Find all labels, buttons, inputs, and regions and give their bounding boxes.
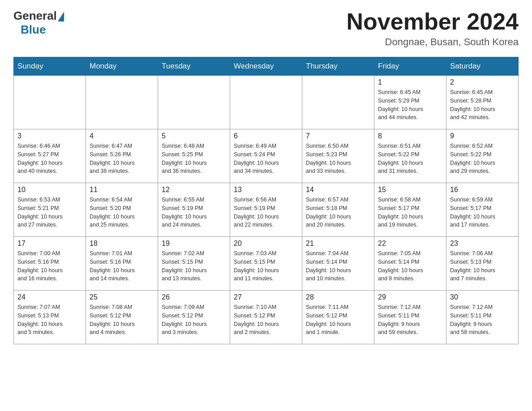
day-info: Sunrise: 7:01 AM Sunset: 5:16 PM Dayligh…	[90, 249, 154, 283]
calendar-cell: 27Sunrise: 7:10 AM Sunset: 5:12 PM Dayli…	[230, 291, 302, 344]
day-number: 29	[378, 293, 442, 301]
calendar-cell: 5Sunrise: 6:48 AM Sunset: 5:25 PM Daylig…	[158, 129, 230, 183]
day-info: Sunrise: 6:45 AM Sunset: 5:29 PM Dayligh…	[378, 88, 442, 122]
day-of-week-header: Monday	[86, 57, 158, 76]
day-number: 25	[90, 293, 154, 301]
calendar-cell: 3Sunrise: 6:46 AM Sunset: 5:27 PM Daylig…	[14, 129, 86, 183]
day-info: Sunrise: 7:03 AM Sunset: 5:15 PM Dayligh…	[234, 249, 298, 283]
day-number: 10	[17, 186, 82, 194]
day-info: Sunrise: 6:58 AM Sunset: 5:17 PM Dayligh…	[378, 196, 442, 229]
day-of-week-header: Tuesday	[158, 57, 230, 76]
calendar-cell: 24Sunrise: 7:07 AM Sunset: 5:13 PM Dayli…	[14, 291, 86, 344]
day-number: 30	[450, 293, 515, 301]
calendar-cell: 7Sunrise: 6:50 AM Sunset: 5:23 PM Daylig…	[302, 129, 374, 183]
day-of-week-header: Wednesday	[230, 57, 302, 76]
day-info: Sunrise: 6:59 AM Sunset: 5:17 PM Dayligh…	[450, 196, 515, 229]
day-info: Sunrise: 6:52 AM Sunset: 5:22 PM Dayligh…	[450, 142, 515, 176]
day-number: 16	[450, 186, 515, 194]
day-of-week-header: Saturday	[446, 57, 519, 76]
day-info: Sunrise: 7:08 AM Sunset: 5:12 PM Dayligh…	[90, 303, 154, 337]
calendar-cell: 26Sunrise: 7:09 AM Sunset: 5:12 PM Dayli…	[158, 291, 230, 344]
day-number: 7	[306, 132, 370, 140]
day-number: 15	[378, 186, 442, 194]
day-of-week-header: Sunday	[14, 57, 86, 76]
day-info: Sunrise: 6:47 AM Sunset: 5:26 PM Dayligh…	[90, 142, 154, 176]
logo-general-text: General	[13, 9, 57, 23]
day-info: Sunrise: 6:54 AM Sunset: 5:20 PM Dayligh…	[90, 196, 154, 229]
day-info: Sunrise: 6:55 AM Sunset: 5:19 PM Dayligh…	[162, 196, 226, 229]
calendar-cell: 13Sunrise: 6:56 AM Sunset: 5:19 PM Dayli…	[230, 183, 302, 237]
calendar-cell	[14, 76, 86, 129]
calendar-cell: 2Sunrise: 6:45 AM Sunset: 5:28 PM Daylig…	[446, 76, 519, 129]
day-info: Sunrise: 6:51 AM Sunset: 5:22 PM Dayligh…	[378, 142, 442, 176]
day-info: Sunrise: 6:48 AM Sunset: 5:25 PM Dayligh…	[162, 142, 226, 176]
day-number: 19	[162, 240, 226, 248]
day-number: 20	[234, 240, 298, 248]
calendar-cell: 15Sunrise: 6:58 AM Sunset: 5:17 PM Dayli…	[374, 183, 446, 237]
day-info: Sunrise: 7:04 AM Sunset: 5:14 PM Dayligh…	[306, 249, 370, 283]
day-info: Sunrise: 7:10 AM Sunset: 5:12 PM Dayligh…	[234, 303, 298, 337]
day-number: 28	[306, 293, 370, 301]
calendar-cell: 8Sunrise: 6:51 AM Sunset: 5:22 PM Daylig…	[374, 129, 446, 183]
day-info: Sunrise: 6:57 AM Sunset: 5:18 PM Dayligh…	[306, 196, 370, 229]
calendar-cell: 4Sunrise: 6:47 AM Sunset: 5:26 PM Daylig…	[86, 129, 158, 183]
calendar-cell: 10Sunrise: 6:53 AM Sunset: 5:21 PM Dayli…	[14, 183, 86, 237]
day-info: Sunrise: 7:12 AM Sunset: 5:11 PM Dayligh…	[450, 303, 515, 337]
calendar-cell	[302, 76, 374, 129]
day-info: Sunrise: 7:05 AM Sunset: 5:14 PM Dayligh…	[378, 249, 442, 283]
calendar-cell: 25Sunrise: 7:08 AM Sunset: 5:12 PM Dayli…	[86, 291, 158, 344]
page-header: General Blue November 2024 Dongnae, Busa…	[13, 9, 519, 48]
calendar-header-row: SundayMondayTuesdayWednesdayThursdayFrid…	[14, 57, 519, 76]
logo: General Blue	[13, 9, 64, 37]
calendar-cell: 18Sunrise: 7:01 AM Sunset: 5:16 PM Dayli…	[86, 237, 158, 291]
day-number: 8	[378, 132, 442, 140]
day-info: Sunrise: 7:11 AM Sunset: 5:12 PM Dayligh…	[306, 303, 370, 337]
day-info: Sunrise: 6:50 AM Sunset: 5:23 PM Dayligh…	[306, 142, 370, 176]
calendar-cell: 17Sunrise: 7:00 AM Sunset: 5:16 PM Dayli…	[14, 237, 86, 291]
calendar-week-row: 24Sunrise: 7:07 AM Sunset: 5:13 PM Dayli…	[14, 291, 519, 344]
day-number: 1	[378, 78, 442, 86]
calendar-table: SundayMondayTuesdayWednesdayThursdayFrid…	[13, 57, 519, 344]
day-info: Sunrise: 6:46 AM Sunset: 5:27 PM Dayligh…	[17, 142, 82, 176]
day-number: 13	[234, 186, 298, 194]
calendar-cell: 6Sunrise: 6:49 AM Sunset: 5:24 PM Daylig…	[230, 129, 302, 183]
day-number: 9	[450, 132, 515, 140]
day-number: 2	[450, 78, 515, 86]
calendar-cell: 20Sunrise: 7:03 AM Sunset: 5:15 PM Dayli…	[230, 237, 302, 291]
calendar-cell	[230, 76, 302, 129]
day-number: 21	[306, 240, 370, 248]
day-number: 24	[17, 293, 82, 301]
day-number: 3	[17, 132, 82, 140]
calendar-cell: 29Sunrise: 7:12 AM Sunset: 5:11 PM Dayli…	[374, 291, 446, 344]
day-info: Sunrise: 7:12 AM Sunset: 5:11 PM Dayligh…	[378, 303, 442, 337]
day-number: 5	[162, 132, 226, 140]
day-of-week-header: Thursday	[302, 57, 374, 76]
calendar-cell: 14Sunrise: 6:57 AM Sunset: 5:18 PM Dayli…	[302, 183, 374, 237]
day-info: Sunrise: 7:07 AM Sunset: 5:13 PM Dayligh…	[17, 303, 82, 337]
calendar-cell: 1Sunrise: 6:45 AM Sunset: 5:29 PM Daylig…	[374, 76, 446, 129]
logo-blue-text: Blue	[21, 23, 46, 37]
day-number: 27	[234, 293, 298, 301]
day-number: 6	[234, 132, 298, 140]
day-info: Sunrise: 6:45 AM Sunset: 5:28 PM Dayligh…	[450, 88, 515, 122]
calendar-cell: 30Sunrise: 7:12 AM Sunset: 5:11 PM Dayli…	[446, 291, 519, 344]
calendar-cell: 16Sunrise: 6:59 AM Sunset: 5:17 PM Dayli…	[446, 183, 519, 237]
day-number: 12	[162, 186, 226, 194]
day-info: Sunrise: 7:00 AM Sunset: 5:16 PM Dayligh…	[17, 249, 82, 283]
day-info: Sunrise: 6:56 AM Sunset: 5:19 PM Dayligh…	[234, 196, 298, 229]
calendar-cell: 19Sunrise: 7:02 AM Sunset: 5:15 PM Dayli…	[158, 237, 230, 291]
month-title: November 2024	[347, 9, 519, 34]
calendar-week-row: 3Sunrise: 6:46 AM Sunset: 5:27 PM Daylig…	[14, 129, 519, 183]
day-number: 11	[90, 186, 154, 194]
calendar-week-row: 17Sunrise: 7:00 AM Sunset: 5:16 PM Dayli…	[14, 237, 519, 291]
day-number: 14	[306, 186, 370, 194]
calendar-cell: 21Sunrise: 7:04 AM Sunset: 5:14 PM Dayli…	[302, 237, 374, 291]
day-info: Sunrise: 7:02 AM Sunset: 5:15 PM Dayligh…	[162, 249, 226, 283]
calendar-week-row: 10Sunrise: 6:53 AM Sunset: 5:21 PM Dayli…	[14, 183, 519, 237]
day-info: Sunrise: 6:53 AM Sunset: 5:21 PM Dayligh…	[17, 196, 82, 229]
day-number: 22	[378, 240, 442, 248]
day-number: 4	[90, 132, 154, 140]
location-text: Dongnae, Busan, South Korea	[347, 36, 519, 48]
calendar-cell: 28Sunrise: 7:11 AM Sunset: 5:12 PM Dayli…	[302, 291, 374, 344]
calendar-cell	[158, 76, 230, 129]
